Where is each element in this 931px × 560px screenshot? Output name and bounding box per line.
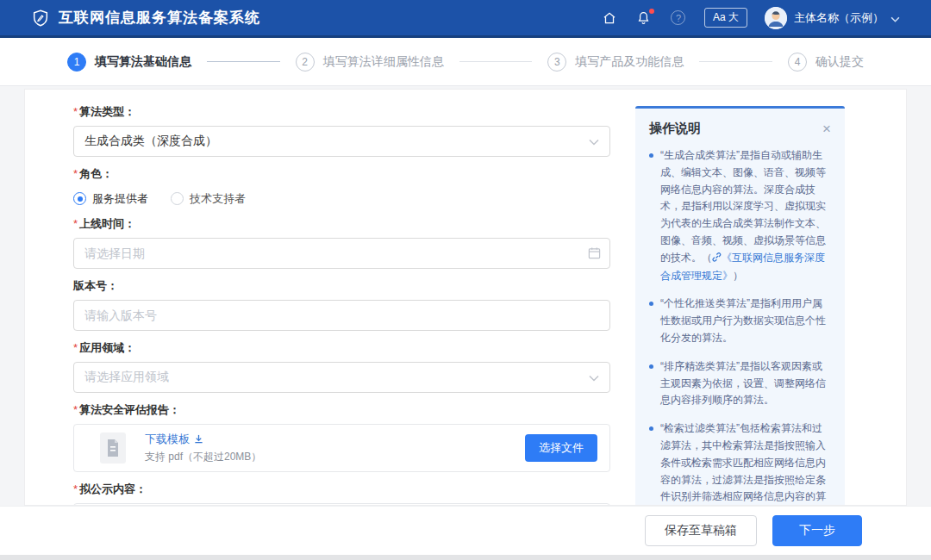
step-connector	[207, 61, 280, 62]
bullet-dot-icon	[649, 426, 653, 431]
home-icon[interactable]	[601, 9, 618, 27]
form-footer: 保存至草稿箱 下一步	[0, 506, 931, 555]
main-content: *算法类型： 生成合成类（深度合成） *角色： 服务提供者	[0, 86, 931, 506]
calendar-icon	[588, 246, 601, 263]
field-application-domain: *应用领域： 请选择应用领域	[73, 340, 610, 393]
security-report-label: *算法安全评估报告：	[73, 402, 610, 418]
step-connector	[459, 61, 533, 62]
step-3-product-info[interactable]: 3 填写产品及功能信息	[547, 53, 684, 72]
account-menu[interactable]: 主体名称（示例）	[765, 7, 900, 29]
radio-tech-supporter[interactable]: 技术支持者	[171, 191, 246, 207]
step-4-number: 4	[788, 53, 807, 72]
form-card: *算法类型： 生成合成类（深度合成） *角色： 服务提供者	[24, 89, 907, 506]
application-domain-placeholder: 请选择应用领域	[84, 370, 169, 385]
help-bullet-ranking-selection: “排序精选类算法”是指以客观因素或主观因素为依据，设置、调整网络信息内容排列顺序…	[649, 358, 831, 409]
algorithm-type-value: 生成合成类（深度合成）	[84, 134, 217, 149]
select-chevron-icon	[589, 134, 599, 148]
save-draft-button[interactable]: 保存至草稿箱	[645, 515, 757, 546]
help-panel-title: 操作说明	[649, 121, 701, 137]
launch-date-input[interactable]	[73, 238, 610, 269]
field-security-report: *算法安全评估报告： 下载模板	[73, 402, 610, 472]
step-connector	[699, 61, 772, 62]
chevron-down-icon	[890, 10, 900, 26]
app-title: 互联网信息服务算法备案系统	[59, 8, 260, 28]
avatar	[765, 7, 787, 29]
algorithm-type-select[interactable]: 生成合成类（深度合成）	[73, 126, 610, 157]
application-domain-label: *应用领域：	[73, 340, 610, 356]
link-icon	[712, 251, 722, 268]
field-role: *角色： 服务提供者 技术支持者	[73, 166, 610, 207]
download-icon	[194, 433, 203, 446]
step-1-label: 填写算法基础信息	[95, 54, 191, 70]
radio-dot-icon	[73, 192, 86, 205]
font-size-button[interactable]: Aa 大	[704, 8, 747, 28]
shield-pen-icon	[31, 9, 50, 28]
field-algorithm-type: *算法类型： 生成合成类（深度合成）	[73, 104, 610, 157]
step-4-confirm-submit[interactable]: 4 确认提交	[788, 53, 864, 72]
bullet-dot-icon	[649, 364, 653, 369]
security-report-upload: 下载模板 支持 pdf（不超过20MB） 选择文件	[73, 424, 610, 472]
version-input[interactable]	[73, 300, 610, 331]
step-4-label: 确认提交	[815, 54, 864, 70]
document-file-icon	[98, 432, 128, 464]
step-2-detail-attrs[interactable]: 2 填写算法详细属性信息	[296, 53, 444, 72]
step-3-label: 填写产品及功能信息	[575, 54, 684, 70]
help-bullet-generation-synthesis: “生成合成类算法”是指自动或辅助生成、编辑文本、图像、语音、视频等网络信息内容的…	[649, 147, 831, 284]
help-bullet-search-filter: “检索过滤类算法”包括检索算法和过滤算法，其中检索算法是指按照输入条件或检索需求…	[649, 420, 831, 506]
step-progress-bar: 1 填写算法基础信息 2 填写算法详细属性信息 3 填写产品及功能信息 4 确认…	[0, 38, 931, 86]
help-panel: 操作说明 × “生成合成类算法”是指自动或辅助生成、编辑文本、图像、语音、视频等…	[635, 106, 845, 506]
choose-file-button[interactable]: 选择文件	[525, 434, 597, 462]
step-2-number: 2	[296, 53, 315, 72]
bullet-dot-icon	[649, 153, 653, 158]
version-label: 版本号：	[73, 278, 610, 294]
field-version: 版本号：	[73, 278, 610, 331]
step-1-basic-info[interactable]: 1 填写算法基础信息	[67, 53, 191, 72]
app-header: 互联网信息服务算法备案系统 ? Aa 大	[0, 0, 931, 38]
step-1-number: 1	[67, 53, 86, 72]
algorithm-type-label: *算法类型：	[73, 104, 610, 120]
field-public-content: *拟公示内容： 下载模板	[73, 482, 610, 506]
algorithm-basic-form: *算法类型： 生成合成类（深度合成） *角色： 服务提供者	[73, 90, 610, 505]
download-template-link[interactable]: 下载模板	[145, 432, 261, 447]
radio-service-provider[interactable]: 服务提供者	[73, 191, 148, 207]
select-chevron-icon	[589, 370, 599, 384]
page-bottom-strip	[0, 555, 931, 560]
notification-bell-icon[interactable]	[635, 9, 653, 27]
bullet-dot-icon	[649, 302, 653, 306]
application-domain-select[interactable]: 请选择应用领域	[73, 362, 610, 393]
upload-hint: 支持 pdf（不超过20MB）	[145, 450, 261, 464]
notification-badge	[649, 9, 654, 14]
step-2-label: 填写算法详细属性信息	[323, 54, 444, 70]
close-icon[interactable]: ×	[822, 121, 831, 136]
help-icon[interactable]: ?	[670, 9, 687, 27]
radio-dot-icon	[171, 192, 184, 205]
role-label: *角色：	[73, 166, 610, 182]
step-3-number: 3	[547, 53, 566, 72]
help-bullet-personalized-push: “个性化推送类算法”是指利用用户属性数据或用户行为数据实现信息个性化分发的算法。	[649, 296, 831, 346]
account-name: 主体名称（示例）	[794, 10, 884, 26]
field-launch-time: *上线时间：	[73, 216, 610, 269]
app-logo: 互联网信息服务算法备案系统	[31, 8, 260, 28]
public-content-label: *拟公示内容：	[73, 482, 610, 497]
launch-time-label: *上线时间：	[73, 216, 610, 232]
next-step-button[interactable]: 下一步	[772, 515, 862, 546]
role-radio-group: 服务提供者 技术支持者	[73, 188, 610, 207]
